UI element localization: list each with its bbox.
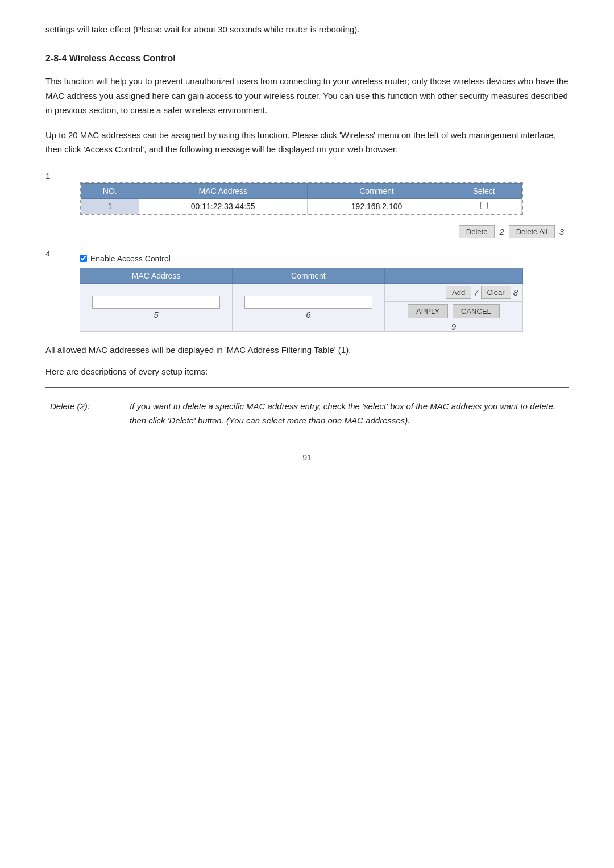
intro-paragraph: settings will take effect (Please wait f… [45,24,360,34]
desc-row-delete: Delete (2): If you want to delete a spec… [45,397,569,430]
enable-access-control-row: Enable Access Control [80,254,523,263]
annotation-8: 8 [513,288,518,297]
row-mac: 00:11:22:33:44:55 [139,198,307,214]
input-form-row: 5 6 Add 7 Clear 8 [80,283,523,331]
cancel-button[interactable]: CANCEL [453,304,500,318]
intro-text: settings will take effect (Please wait f… [45,23,569,36]
input-col-mac: MAC Address [80,268,233,283]
mac-address-table: NO. MAC Address Comment Select 1 00:11:2… [81,183,522,214]
clear-button[interactable]: Clear [481,286,511,299]
select-checkbox[interactable] [480,202,488,209]
form-annotation-row: 4 Enable Access Control MAC Address Comm… [45,244,569,332]
page-number: 91 [45,453,569,462]
table-row: 1 00:11:22:33:44:55 192.168.2.100 [81,198,522,214]
divider [45,387,569,388]
descriptions-header: Here are descriptions of every setup ite… [45,365,569,379]
desc-table-body: Delete (2): If you want to delete a spec… [45,397,569,430]
col-select: Select [446,183,522,198]
col-mac: MAC Address [139,183,307,198]
input-col-comment: Comment [232,268,384,283]
add-clear-row: Add 7 Clear 8 [385,284,522,301]
post-table-text-1: All allowed MAC addresses will be displa… [45,343,569,357]
row-select [446,198,522,214]
desc-label-delete: Delete (2): [45,397,125,430]
annotation-5: 5 [85,310,227,319]
access-control-area: Enable Access Control MAC Address Commen… [80,254,523,332]
desc-text-delete: If you want to delete a specific MAC add… [125,397,569,430]
add-button[interactable]: Add [446,286,471,299]
enable-access-control-checkbox[interactable] [80,255,87,262]
annotation-2: 2 [499,227,504,236]
input-form-header: MAC Address Comment [80,268,523,283]
apply-cancel-row: APPLY CANCEL [385,301,522,321]
paragraph-1: This function will help you to prevent u… [45,74,569,118]
input-col-actions [384,268,522,283]
input-form-table: MAC Address Comment 5 [80,268,523,332]
input-form-body: 5 6 Add 7 Clear 8 [80,283,523,331]
comment-input[interactable] [244,296,373,309]
row-no: 1 [81,198,139,214]
annotation-9: 9 [385,322,522,331]
description-table: Delete (2): If you want to delete a spec… [45,397,569,430]
table-content: NO. MAC Address Comment Select 1 00:11:2… [63,168,569,223]
enable-access-control-label: Enable Access Control [90,254,171,263]
annotation-4: 4 [45,244,63,258]
mac-table-header: NO. MAC Address Comment Select [81,183,522,198]
delete-actions: Delete 2 Delete All 3 [80,225,569,238]
annotation-6: 6 [237,310,380,319]
mac-address-input[interactable] [92,296,221,309]
comment-input-cell: 6 [232,283,384,331]
col-no: NO. [81,183,139,198]
apply-button[interactable]: APPLY [408,304,448,318]
mac-input-cell: 5 [80,283,233,331]
row-comment: 192.168.2.100 [307,198,446,214]
paragraph-2: Up to 20 MAC addresses can be assigned b… [45,128,569,157]
annotation-1: 1 [45,168,63,181]
delete-buttons-row: Delete 2 Delete All 3 [63,225,569,238]
diagram-section: 1 NO. MAC Address Comment Select 1 [45,168,569,332]
mac-table-body: 1 00:11:22:33:44:55 192.168.2.100 [81,198,522,214]
delete-all-button[interactable]: Delete All [509,225,555,238]
actions-cell: Add 7 Clear 8 APPLY CANCEL 9 [384,283,522,331]
section-title: 2-8-4 Wireless Access Control [45,53,569,64]
delete-button[interactable]: Delete [459,225,495,238]
table-annotation-row: 1 NO. MAC Address Comment Select 1 [45,168,569,223]
annotation-3: 3 [559,227,564,236]
col-comment: Comment [307,183,446,198]
mac-table-wrapper: NO. MAC Address Comment Select 1 00:11:2… [80,182,523,215]
annotation-7: 7 [474,288,478,297]
